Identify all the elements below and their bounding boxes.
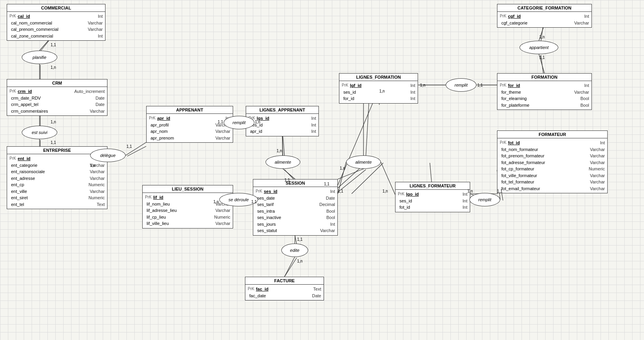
- table-row: crm_appel_tel Date: [9, 101, 105, 108]
- cardinality: 1,n: [467, 189, 473, 193]
- cardinality: 1,n: [340, 166, 345, 170]
- relation-remplit-apprenant: remplit: [224, 116, 254, 129]
- table-row: fot_ville_formateur Varchar: [500, 172, 605, 179]
- table-row: for_id Int: [342, 95, 415, 102]
- table-row: for_elearning Bool: [500, 95, 589, 102]
- cardinality: 1,n: [277, 149, 282, 153]
- table-row: ses_date Date: [256, 195, 335, 202]
- relation-planifie: planifie: [22, 51, 57, 64]
- table-row: PrKfot_id Int: [500, 140, 605, 146]
- table-row: fot_prenom_formateur Varchar: [500, 153, 605, 159]
- table-row: apr_nom Varchar: [149, 128, 230, 135]
- entity-formation: FORMATION PrKfor_id Int for_theme Varcha…: [497, 73, 592, 110]
- table-row: ses_statut Varchar: [256, 227, 335, 234]
- entity-apprenant: APPRENANT PrKapr_id Int apr_profil Varch…: [146, 106, 233, 143]
- cardinality: 1,1: [324, 182, 330, 186]
- cardinality: 1,1: [497, 189, 503, 193]
- entity-formateur-title: FORMATEUR: [497, 131, 607, 138]
- cardinality: 1,1: [51, 43, 56, 47]
- table-row: fot_tel_formateur Varchar: [500, 179, 605, 185]
- cardinality: 1,n: [51, 65, 56, 70]
- relation-est-suivi: est suivi: [22, 126, 57, 139]
- relation-alimente-apprenant: alimente: [266, 155, 300, 169]
- entity-categorie-formation-title: CATEGORIE_FORMATION: [497, 4, 591, 12]
- table-row: ses_id Int: [398, 198, 467, 204]
- table-row: PrKses_id Int: [256, 188, 335, 195]
- table-row: lif_adresse_lieu Varchar: [145, 207, 230, 214]
- cardinality: 1,n: [379, 89, 385, 93]
- relation-edite: edite: [281, 244, 308, 257]
- entity-session: SESSION PrKses_id Int ses_date Date ses_…: [253, 179, 338, 236]
- cardinality: 1,n: [420, 83, 426, 87]
- entity-lignes-formateur-title: LIGNES_FORMATEUR: [395, 182, 470, 190]
- entity-crm: CRM PrKcrm_id Auto_increment crm_date_RD…: [7, 79, 107, 116]
- table-row: fot_adresse_formateur Varchar: [500, 159, 605, 166]
- table-row: ses_tarif Decimal: [256, 201, 335, 208]
- cardinality: 1,n: [255, 120, 260, 124]
- table-row: PrKlgf_id Int: [342, 82, 415, 89]
- entity-facture-title: FACTURE: [245, 277, 324, 285]
- entity-lignes-apprenant-title: LIGNES_APPRENANT: [246, 106, 318, 114]
- cardinality: 1,1: [284, 178, 290, 182]
- table-row: PrKfor_id Int: [500, 82, 589, 89]
- svg-line-13: [284, 258, 297, 277]
- table-row: lif_ville_lieu Varchar: [145, 220, 230, 227]
- cardinality: 1,n: [539, 35, 545, 39]
- table-row: ent_adresse Varchar: [9, 175, 105, 182]
- entity-lignes-formation-title: LIGNES_FORMATION: [339, 74, 418, 81]
- table-row: cgf_categorie Varchar: [500, 20, 589, 26]
- entity-lieu-session: LIEU_SESSION PrKlif_id Int lif_nom_lieu …: [142, 185, 233, 229]
- cardinality: 1,1: [51, 140, 56, 145]
- relation-appartient: appartient: [520, 41, 558, 54]
- relation-delegue: délègue: [90, 149, 126, 162]
- cardinality: 1,n: [51, 120, 56, 124]
- table-row: for_plateforme Bool: [500, 102, 589, 109]
- table-row: for_theme Varchar: [500, 89, 589, 96]
- cardinality: 1,1: [297, 237, 303, 242]
- relation-alimente-session: alimente: [346, 155, 381, 169]
- table-row: ent_siret Numeric: [9, 195, 105, 201]
- table-row: crm_date_RDV Date: [9, 95, 105, 102]
- cardinality: 1,1: [477, 83, 483, 87]
- table-row: cal_prenom_commercial Varchar: [9, 26, 103, 33]
- table-row: cal_nom_commercial Varchar: [9, 20, 103, 26]
- relation-remplit-formation: remplit: [446, 78, 476, 92]
- table-row: ent_raisonsociale Varchar: [9, 168, 105, 175]
- svg-line-41: [295, 234, 295, 244]
- table-row: ses_id Int: [342, 89, 415, 96]
- table-row: fac_date Date: [248, 293, 321, 299]
- erd-diagram: COMMERCIAL PrKcal_id Int cal_nom_commerc…: [0, 0, 644, 340]
- table-row: PrKcrm_id Auto_increment: [9, 88, 105, 95]
- entity-facture: FACTURE PrKfac_id Text fac_date Date: [245, 277, 324, 300]
- table-row: cal_zone_commercial Int: [9, 33, 103, 40]
- entity-formateur: FORMATEUR PrKfot_id Int fot_nom_formateu…: [497, 130, 608, 193]
- table-row: PrKlgo_id Int: [398, 191, 467, 198]
- table-row: ses_inactive Bool: [256, 214, 335, 221]
- table-row: lif_cp_lieu Numeric: [145, 214, 230, 221]
- cardinality: 1,1: [251, 200, 257, 204]
- entity-apprenant-title: APPRENANT: [147, 106, 233, 114]
- table-row: fot_id Int: [398, 204, 467, 211]
- table-row: PrKfac_id Text: [248, 286, 321, 293]
- table-row: PrKcgf_id Int: [500, 13, 589, 20]
- table-row: apr_id Int: [249, 128, 316, 135]
- cardinality: 1,1: [539, 55, 545, 60]
- svg-line-42: [284, 257, 295, 277]
- cardinality: 1,n: [90, 163, 96, 168]
- entity-categorie-formation: CATEGORIE_FORMATION PrKcgf_id Int cgf_ca…: [497, 4, 592, 28]
- table-row: fot_nom_formateur Varchar: [500, 146, 605, 153]
- entity-lieu-session-title: LIEU_SESSION: [143, 185, 233, 193]
- entity-crm-title: CRM: [7, 79, 107, 87]
- entity-lignes-formateur: LIGNES_FORMATEUR PrKlgo_id Int ses_id In…: [395, 182, 470, 212]
- table-row: ent_tel Text: [9, 201, 105, 208]
- cardinality: 1,n: [297, 259, 303, 263]
- table-row: ent_cp Numeric: [9, 181, 105, 188]
- relation-remplit-formateur: remplit: [469, 193, 500, 206]
- cardinality: 1,n: [382, 189, 388, 193]
- entity-formation-title: FORMATION: [497, 74, 591, 81]
- entity-commercial-title: COMMERCIAL: [7, 4, 105, 12]
- cardinality: 1,n: [213, 200, 219, 204]
- table-row: ses_intra Bool: [256, 208, 335, 215]
- table-row: ent_ville Varchar: [9, 188, 105, 195]
- table-row: PrKcal_id Int: [9, 13, 103, 20]
